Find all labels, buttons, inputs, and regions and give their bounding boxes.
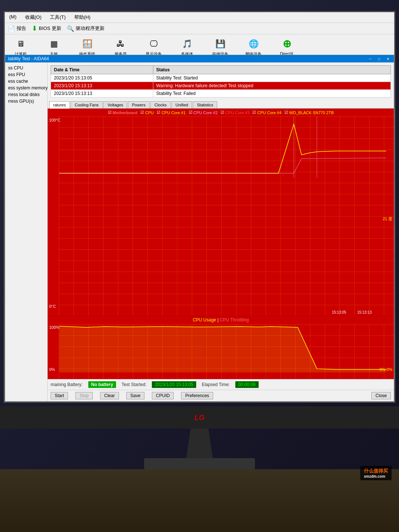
cpu-usage-graph: CPU Usage | CPU Throttling 100% 0% — [48, 316, 394, 379]
menu-bar: (M) 收藏(O) 工具(T) 帮助(H) — [5, 12, 394, 23]
legend-ssd: ☑ WD_BLACK SN770 2TB — [284, 110, 334, 115]
elapsed-value: 00:00:08 — [235, 381, 259, 388]
menu-help[interactable]: 帮助(H) — [73, 13, 92, 21]
legend-core2: ☑ CPU Core #2 — [189, 110, 218, 115]
status-bar: maining Battery: No battery Test Started… — [48, 379, 394, 390]
tab-powers[interactable]: Powers — [128, 101, 150, 108]
monitor-base — [144, 458, 255, 469]
tabs-bar: ratures Cooling Fans Voltages Powers Clo… — [48, 100, 394, 109]
temp-graph-svg — [48, 116, 394, 178]
cat-multimedia[interactable]: 🎵 多媒体 — [174, 37, 200, 57]
row3-status: Stability Test: Failed — [153, 90, 391, 98]
cat-display[interactable]: 🖵 显示设备 — [141, 37, 167, 57]
status-table: Date & Time Status 2023/1/20 15:13:05 St… — [51, 65, 391, 98]
temp-min-label: 0°C — [49, 304, 56, 308]
row3-date: 2023/1/20 15:13:13 — [51, 90, 153, 98]
computer-icon: 🖥 — [13, 37, 28, 50]
table-row: 2023/1/20 15:13:13 Stability Test: Faile… — [51, 90, 391, 98]
left-item-gpu[interactable]: rress GPU(s) — [5, 98, 47, 105]
test-started-label: Test Started: — [122, 382, 146, 387]
tab-cooling-fans[interactable]: Cooling Fans — [71, 101, 103, 108]
test-started-value: 2023/1/20 15:13:05 — [152, 381, 196, 388]
watermark-text: 什么值得买 — [364, 468, 388, 474]
bios-icon: ⬇ — [32, 24, 37, 33]
row2-date: 2023/1/20 15:13:13 — [51, 82, 153, 90]
menu-collect[interactable]: 收藏(O) — [24, 13, 43, 21]
graphs-area: ☑ Motherboard ☑ CPU ☑ CPU Core #1 — [48, 109, 394, 379]
multimedia-icon: 🎵 — [180, 37, 194, 50]
watermark-sub: smzdm.com — [364, 474, 388, 478]
os-icon: 🪟 — [80, 37, 95, 50]
cat-os[interactable]: 🪟 操作系统 — [74, 37, 100, 57]
clear-button[interactable]: Clear — [100, 392, 119, 399]
stability-window: tability Test - AIDA64 ─ □ ✕ ss CPU ess … — [5, 55, 394, 402]
motherboard-icon: ▦ — [47, 37, 61, 50]
tab-unified[interactable]: Unified — [171, 101, 192, 108]
save-button[interactable]: Save — [126, 392, 144, 399]
elapsed-label: Elapsed Time: — [202, 382, 230, 387]
legend-bar: ☑ Motherboard ☑ CPU ☑ CPU Core #1 — [48, 109, 394, 116]
directx-icon: ⊕ — [279, 37, 294, 50]
stop-button[interactable]: Stop — [75, 392, 93, 399]
left-item-memory[interactable]: ess system memory — [5, 85, 47, 91]
legend-motherboard: ☑ Motherboard — [108, 110, 137, 115]
toolbar-bios[interactable]: ⬇ BIOS 更新 — [32, 24, 61, 33]
cat-server[interactable]: 🖧 服务器 — [108, 37, 133, 57]
close-window-button[interactable]: ✕ — [385, 56, 391, 61]
battery-value: No battery — [88, 381, 116, 388]
menu-m[interactable]: (M) — [8, 13, 18, 21]
cat-directx[interactable]: ⊕ DirectX — [274, 37, 300, 57]
cpu-pct-value: 0% 0% — [379, 367, 392, 372]
menu-tools[interactable]: 工具(T) — [48, 13, 67, 21]
minimize-button[interactable]: ─ — [367, 56, 373, 61]
driver-icon: 🔍 — [67, 25, 74, 32]
tab-temperatures[interactable]: ratures — [49, 101, 70, 109]
cpu-graph-title: CPU Usage | CPU Throttling — [48, 316, 394, 324]
row1-status: Stability Test: Started — [153, 74, 391, 82]
toolbar-report[interactable]: 📄 报告 — [8, 25, 26, 32]
tab-clocks[interactable]: Clocks — [150, 101, 171, 108]
cpuid-button[interactable]: CPUID — [152, 392, 174, 399]
legend-core3: ☑ CPU Core #3 — [221, 110, 249, 115]
toolbar-driver[interactable]: 🔍 驱动程序更新 — [67, 25, 105, 32]
tab-voltages[interactable]: Voltages — [103, 101, 127, 108]
cat-computer[interactable]: 🖥 计算机 — [8, 37, 34, 57]
row1-date: 2023/1/20 15:13:05 — [51, 74, 153, 82]
watermark: 什么值得买 smzdm.com — [360, 466, 392, 480]
status-table-area: Date & Time Status 2023/1/20 15:13:05 St… — [48, 62, 394, 100]
server-icon: 🖧 — [113, 37, 128, 50]
stability-titlebar: tability Test - AIDA64 ─ □ ✕ — [5, 55, 394, 62]
desk-surface — [0, 469, 399, 532]
cat-motherboard[interactable]: ▦ 主板 — [41, 37, 67, 57]
start-button[interactable]: Start — [51, 392, 68, 399]
toolbar: 📄 报告 ⬇ BIOS 更新 🔍 驱动程序更新 — [5, 23, 394, 34]
storage-icon: 💾 — [213, 37, 228, 50]
stability-title: tability Test - AIDA64 — [8, 56, 49, 61]
report-icon: 📄 — [8, 25, 15, 32]
table-row: 2023/1/20 15:13:05 Stability Test: Start… — [51, 74, 391, 82]
maximize-button[interactable]: □ — [376, 56, 382, 61]
network-icon: 🌐 — [246, 37, 261, 50]
left-item-cpu[interactable]: ss CPU — [5, 65, 47, 71]
tab-statistics[interactable]: Statistics — [193, 101, 217, 108]
temp-value: 21 度 — [383, 216, 392, 222]
cat-storage[interactable]: 💾 存储设备 — [207, 37, 233, 57]
table-row: 2023/1/20 15:13:13 Warning: Hardware fai… — [51, 82, 391, 90]
display-icon: 🖵 — [146, 37, 161, 50]
main-content-area: ss CPU ess FPU ess cache ess system memo… — [5, 62, 394, 401]
right-content: Date & Time Status 2023/1/20 15:13:05 St… — [48, 62, 394, 401]
left-item-cache[interactable]: ess cache — [5, 78, 47, 85]
left-panel: ss CPU ess FPU ess cache ess system memo… — [5, 62, 48, 401]
close-button[interactable]: Close — [371, 392, 391, 399]
left-item-fpu[interactable]: ess FPU — [5, 71, 47, 78]
preferences-button[interactable]: Preferences — [181, 392, 213, 399]
bottom-buttons: Start Stop Clear Save CPUID Preferences … — [48, 390, 394, 401]
time-labels: 15:13:05 15:13:13 — [332, 310, 372, 314]
left-item-disks[interactable]: rress local disks — [5, 91, 47, 98]
col-status: Status — [153, 66, 391, 74]
cat-network[interactable]: 🌐 网络设备 — [241, 37, 266, 57]
aida-main-window: (M) 收藏(O) 工具(T) 帮助(H) 📄 报告 ⬇ BIOS 更新 🔍 驱… — [5, 12, 394, 402]
legend-core1: ☑ CPU Core #1 — [157, 110, 185, 115]
screen-area: (M) 收藏(O) 工具(T) 帮助(H) 📄 报告 ⬇ BIOS 更新 🔍 驱… — [4, 11, 395, 403]
row2-status: Warning: Hardware failure detected! Test… — [153, 82, 391, 90]
